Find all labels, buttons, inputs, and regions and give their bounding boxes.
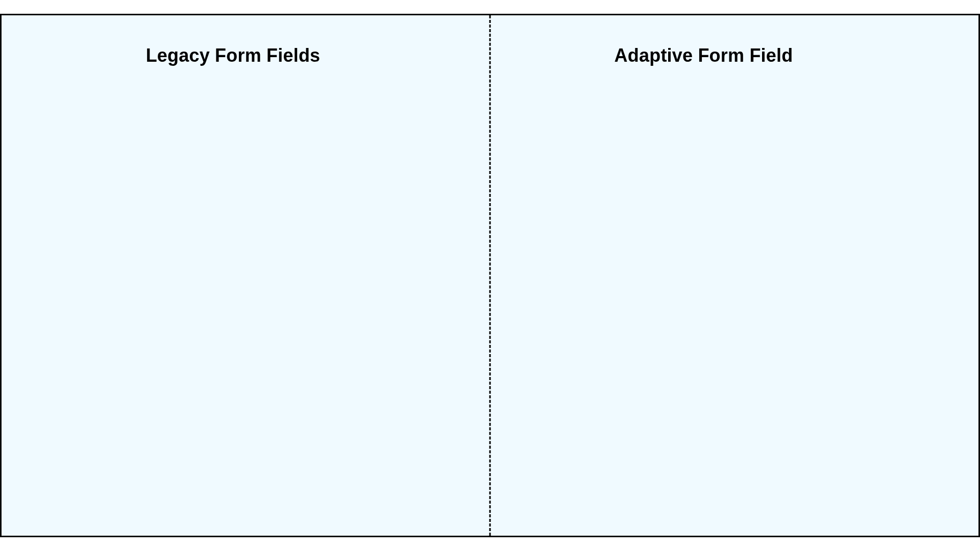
right-panel: Adaptive Form Field xyxy=(490,15,978,536)
left-panel: Legacy Form Fields xyxy=(2,15,490,536)
left-panel-title: Legacy Form Fields xyxy=(2,45,490,66)
comparison-frame: Legacy Form Fields Adaptive Form Field xyxy=(0,14,980,537)
right-panel-title: Adaptive Form Field xyxy=(490,45,978,66)
